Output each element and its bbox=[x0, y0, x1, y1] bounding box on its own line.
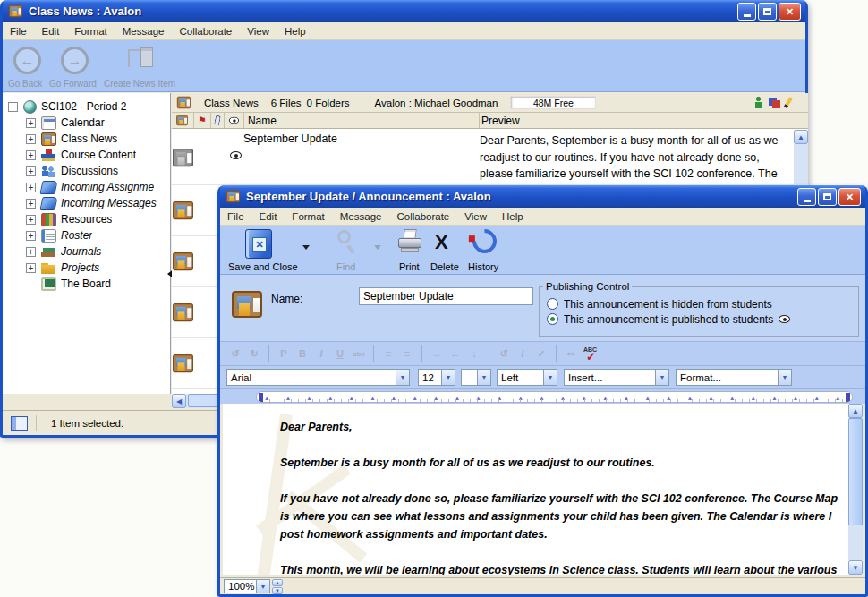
toggle-panes-icon[interactable] bbox=[11, 416, 28, 431]
tree-item-course-content[interactable]: +Course Content bbox=[3, 147, 170, 163]
radio-hidden-option[interactable]: This announcement is hidden from student… bbox=[540, 296, 858, 311]
spell-check-icon[interactable]: ABC✓ bbox=[582, 345, 600, 362]
format-select[interactable]: Format...▼ bbox=[676, 369, 792, 386]
go-forward-button[interactable]: → bbox=[61, 47, 89, 74]
tree-item-the-board[interactable]: The Board bbox=[3, 276, 170, 292]
column-header-name[interactable]: Name bbox=[248, 115, 277, 127]
menu-help[interactable]: Help bbox=[285, 26, 306, 37]
editor-vertical-scrollbar[interactable]: ▲ ▼ bbox=[848, 404, 863, 575]
go-back-button[interactable]: ← bbox=[13, 47, 41, 74]
font-size-select[interactable]: 12▼ bbox=[418, 369, 455, 386]
maximize-button[interactable] bbox=[758, 3, 777, 21]
left-margin-marker[interactable] bbox=[259, 393, 263, 402]
indent-increase-icon[interactable]: → bbox=[429, 345, 445, 362]
save-options-dropdown-icon[interactable] bbox=[302, 245, 310, 250]
right-margin-marker[interactable] bbox=[846, 393, 850, 402]
indent-decrease-icon[interactable]: ← bbox=[447, 345, 464, 362]
scroll-up-arrow[interactable]: ▲ bbox=[794, 130, 808, 144]
tree-item-calendar[interactable]: +Calendar bbox=[3, 115, 170, 131]
print-icon[interactable] bbox=[397, 229, 422, 252]
numbered-list-icon[interactable]: ≡ bbox=[380, 345, 396, 362]
rotate-icon[interactable]: ↺ bbox=[496, 345, 512, 362]
attachment-column-icon[interactable] bbox=[214, 115, 221, 125]
history-icon[interactable] bbox=[467, 224, 501, 258]
announcement-body-editor[interactable]: Dear Parents, September is a busy month … bbox=[223, 404, 863, 575]
line-spacing-icon[interactable]: ↓ bbox=[466, 345, 482, 362]
zoom-spinner[interactable]: ▲ ▼ bbox=[272, 579, 283, 593]
visibility-column-icon[interactable] bbox=[229, 117, 239, 124]
expand-icon[interactable]: + bbox=[26, 150, 36, 160]
menu-message[interactable]: Message bbox=[123, 26, 165, 37]
underline-icon[interactable]: U bbox=[332, 345, 348, 362]
chevron-down-icon[interactable]: ▼ bbox=[655, 370, 668, 385]
expand-icon[interactable]: + bbox=[26, 247, 36, 257]
scroll-left-arrow[interactable]: ◀ bbox=[172, 394, 186, 408]
minimize-button[interactable] bbox=[737, 3, 756, 21]
spinner-down-icon[interactable]: ▼ bbox=[272, 587, 283, 594]
close-button[interactable]: ✕ bbox=[779, 3, 801, 21]
flag-column-icon[interactable]: ⚑ bbox=[198, 115, 207, 125]
ruler[interactable]: ▲▲▲▲▲▲▲▲▲▲▲▲▲▲▲▲▲▲▲▲▲▲▲▲▲▲▲▲ bbox=[256, 391, 853, 403]
minimize-button[interactable] bbox=[797, 188, 816, 206]
menu-file[interactable]: File bbox=[10, 26, 27, 37]
tree-root[interactable]: − SCI102 - Period 2 bbox=[3, 98, 170, 115]
bold-icon[interactable]: B bbox=[294, 345, 311, 362]
expand-icon[interactable]: + bbox=[26, 199, 36, 209]
expand-icon[interactable]: + bbox=[26, 134, 36, 144]
chevron-down-icon[interactable]: ▼ bbox=[778, 370, 791, 385]
zoom-select[interactable]: 100%▼ bbox=[224, 579, 270, 593]
tree-item-incoming-messages[interactable]: +Incoming Messages bbox=[3, 195, 170, 211]
menu-edit[interactable]: Edit bbox=[260, 211, 277, 222]
menu-file[interactable]: File bbox=[227, 211, 244, 222]
online-user-icon[interactable] bbox=[754, 97, 762, 108]
find-icon[interactable] bbox=[335, 229, 358, 256]
bullet-list-icon[interactable]: ≡ bbox=[399, 345, 415, 362]
plain-style-icon[interactable]: P bbox=[276, 345, 292, 362]
menu-view[interactable]: View bbox=[464, 211, 487, 222]
font-family-select[interactable]: Arial▼ bbox=[226, 369, 410, 386]
expand-icon[interactable]: + bbox=[26, 263, 36, 273]
main-titlebar[interactable]: Class News : Avalon ✕ bbox=[3, 0, 805, 22]
column-header-preview[interactable]: Preview bbox=[481, 115, 520, 127]
tree-item-discussions[interactable]: +Discussions bbox=[3, 163, 170, 179]
scrollbar-thumb[interactable] bbox=[848, 418, 863, 525]
alignment-select[interactable]: Left▼ bbox=[497, 369, 557, 386]
scroll-down-arrow[interactable]: ▼ bbox=[848, 560, 863, 575]
radio-checked-icon[interactable] bbox=[547, 313, 558, 325]
edit-pencil-icon[interactable] bbox=[784, 97, 793, 108]
collapse-icon[interactable]: − bbox=[8, 102, 18, 112]
tree-item-class-news[interactable]: +Class News bbox=[3, 131, 170, 147]
chevron-down-icon[interactable]: ▼ bbox=[543, 370, 557, 385]
list-item-september-update[interactable]: September Update Dear Parents, September… bbox=[172, 130, 794, 185]
tree-item-roster[interactable]: +Roster bbox=[3, 227, 170, 243]
expand-icon[interactable]: + bbox=[26, 183, 36, 192]
chevron-down-icon[interactable]: ▼ bbox=[477, 370, 490, 385]
undo-icon[interactable]: ↺ bbox=[227, 345, 243, 362]
menu-view[interactable]: View bbox=[247, 26, 269, 37]
menu-collaborate[interactable]: Collaborate bbox=[179, 26, 232, 37]
chevron-down-icon[interactable]: ▼ bbox=[396, 370, 409, 385]
create-news-item-icon[interactable] bbox=[128, 47, 155, 72]
menu-message[interactable]: Message bbox=[340, 211, 382, 222]
scroll-up-arrow[interactable]: ▲ bbox=[848, 404, 863, 418]
menu-format[interactable]: Format bbox=[74, 26, 106, 37]
chevron-down-icon[interactable]: ▼ bbox=[256, 580, 269, 593]
stacked-items-icon[interactable] bbox=[769, 98, 780, 108]
expand-icon[interactable]: + bbox=[26, 166, 36, 176]
font-color-select[interactable]: ▼ bbox=[461, 369, 491, 386]
tree-item-journals[interactable]: +Journals bbox=[3, 243, 170, 260]
radio-published-option[interactable]: This announcement is published to studen… bbox=[540, 311, 858, 327]
pen-check-icon[interactable]: ✓ bbox=[533, 345, 549, 362]
name-input[interactable] bbox=[359, 287, 533, 305]
chevron-down-icon[interactable]: ▼ bbox=[441, 370, 455, 385]
tree-item-incoming-assignments[interactable]: +Incoming Assignme bbox=[3, 179, 170, 195]
tree-item-projects[interactable]: +Projects bbox=[3, 260, 170, 276]
menu-help[interactable]: Help bbox=[502, 211, 523, 222]
signature-icon[interactable]: ∾ bbox=[563, 345, 579, 362]
maximize-button[interactable] bbox=[818, 188, 837, 206]
expand-icon[interactable]: + bbox=[26, 215, 36, 225]
menu-edit[interactable]: Edit bbox=[42, 26, 60, 37]
expand-icon[interactable]: + bbox=[26, 118, 36, 128]
redo-icon[interactable]: ↻ bbox=[246, 345, 262, 362]
menu-format[interactable]: Format bbox=[292, 211, 324, 222]
